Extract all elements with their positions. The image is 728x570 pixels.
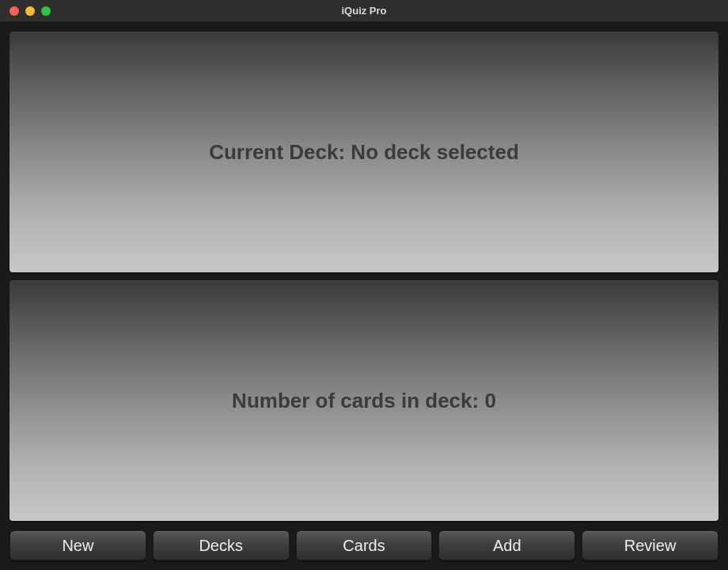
window-title: iQuiz Pro	[0, 5, 728, 17]
main-content: Current Deck: No deck selected Number of…	[0, 22, 728, 530]
add-button[interactable]: Add	[438, 530, 575, 560]
window-controls	[0, 6, 51, 16]
new-button[interactable]: New	[9, 530, 146, 560]
cards-button[interactable]: Cards	[296, 530, 433, 560]
titlebar: iQuiz Pro	[0, 0, 728, 22]
maximize-icon[interactable]	[41, 6, 51, 16]
minimize-icon[interactable]	[25, 6, 35, 16]
decks-button[interactable]: Decks	[153, 530, 290, 560]
bottom-toolbar: New Decks Cards Add Review	[0, 530, 728, 570]
card-count-panel: Number of cards in deck: 0	[9, 280, 719, 521]
review-button[interactable]: Review	[582, 530, 719, 560]
close-icon[interactable]	[9, 6, 19, 16]
card-count-label: Number of cards in deck: 0	[232, 389, 496, 413]
current-deck-panel: Current Deck: No deck selected	[9, 32, 719, 272]
current-deck-label: Current Deck: No deck selected	[209, 140, 519, 165]
